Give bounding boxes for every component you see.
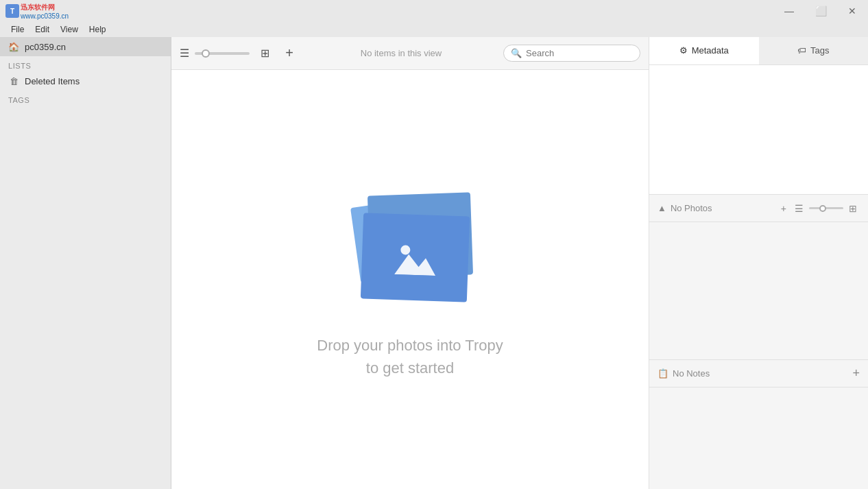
app-logo: T 迅东软件网 www.pc0359.cn — [5, 4, 19, 18]
home-icon: 🏠 — [8, 41, 19, 52]
photos-add-btn[interactable]: + — [778, 202, 789, 215]
notes-header: 📋 No Notes + — [649, 360, 868, 387]
metadata-panel — [649, 65, 868, 194]
search-input[interactable] — [526, 48, 633, 58]
add-item-button[interactable]: + — [280, 44, 299, 63]
photos-panel: ▲ No Photos + ☰ ⊞ — [649, 194, 868, 359]
right-panel: ⚙ Metadata 🏷 Tags ▲ No Photos + ☰ ⊞ — [649, 37, 868, 489]
photos-header: ▲ No Photos + ☰ ⊞ — [649, 195, 868, 222]
photo-card-front — [361, 213, 470, 302]
main-content: ☰ ⊞ + No items in this view 🔍 — [171, 37, 649, 489]
photos-label: No Photos — [671, 203, 774, 213]
photos-area — [649, 222, 868, 359]
panel-tabs: ⚙ Metadata 🏷 Tags — [649, 37, 868, 65]
menu-help[interactable]: Help — [84, 23, 112, 36]
drop-line2: to get started — [317, 357, 503, 379]
sidebar-lists-label: Lists — [0, 56, 171, 71]
sidebar-main-label: pc0359.cn — [25, 42, 66, 52]
notes-icon: 📋 — [658, 368, 668, 379]
tags-icon: 🏷 — [797, 45, 806, 56]
app-icon: T — [5, 4, 19, 18]
list-view-icon[interactable]: ☰ — [180, 47, 189, 60]
tab-metadata[interactable]: ⚙ Metadata — [649, 37, 759, 64]
metadata-label: Metadata — [692, 45, 729, 56]
tags-label: Tags — [810, 45, 829, 56]
toolbar: ☰ ⊞ + No items in this view 🔍 — [171, 37, 649, 70]
maximize-button[interactable]: ⬜ — [805, 0, 836, 22]
sidebar-tags-label: Tags — [0, 91, 171, 106]
drop-icon — [341, 180, 479, 318]
app-body: 🏠 pc0359.cn Lists 🗑 Deleted Items Tags ☰… — [0, 37, 868, 489]
sidebar-item-main[interactable]: 🏠 pc0359.cn — [0, 37, 171, 56]
photos-list-btn[interactable]: ☰ — [792, 202, 806, 215]
photos-slider-thumb[interactable] — [819, 205, 826, 212]
drop-text: Drop your photos into Tropy to get start… — [317, 334, 503, 379]
slider-thumb[interactable] — [202, 49, 210, 58]
svg-marker-0 — [394, 253, 436, 275]
svg-point-1 — [400, 244, 410, 254]
titlebar: T 迅东软件网 www.pc0359.cn — ⬜ ✕ — [0, 0, 868, 22]
close-button[interactable]: ✕ — [836, 0, 868, 22]
metadata-icon: ⚙ — [679, 45, 688, 56]
watermark-line2: www.pc0359.cn — [21, 12, 69, 20]
notes-section: 📋 No Notes + — [649, 359, 868, 489]
slider-track[interactable] — [195, 52, 250, 55]
grid-view-button[interactable]: ⊞ — [255, 44, 274, 63]
photos-grid-btn[interactable]: ⊞ — [846, 202, 860, 215]
menubar: File Edit View Help — [0, 22, 868, 37]
menu-file[interactable]: File — [5, 23, 29, 36]
sidebar: 🏠 pc0359.cn Lists 🗑 Deleted Items Tags — [0, 37, 171, 489]
search-icon: 🔍 — [511, 48, 522, 58]
minimize-button[interactable]: — — [773, 0, 805, 22]
notes-add-button[interactable]: + — [852, 366, 860, 381]
photos-toolbar: + ☰ ⊞ — [778, 202, 860, 215]
watermark-line1: 迅东软件网 — [21, 3, 55, 12]
zoom-slider[interactable] — [195, 52, 250, 55]
menu-view[interactable]: View — [55, 23, 84, 36]
window-controls: — ⬜ ✕ — [773, 0, 868, 22]
sidebar-item-deleted[interactable]: 🗑 Deleted Items — [0, 71, 171, 91]
photos-icon: ▲ — [658, 203, 666, 213]
notes-label: No Notes — [673, 368, 848, 379]
sidebar-deleted-label: Deleted Items — [25, 76, 80, 86]
drop-line1: Drop your photos into Tropy — [317, 334, 503, 357]
menu-edit[interactable]: Edit — [29, 23, 55, 36]
tab-tags[interactable]: 🏷 Tags — [759, 37, 869, 64]
watermark: 迅东软件网 www.pc0359.cn — [21, 3, 69, 20]
drop-zone: Drop your photos into Tropy to get start… — [171, 70, 649, 489]
photos-slider[interactable] — [809, 207, 843, 209]
search-box[interactable]: 🔍 — [503, 45, 640, 62]
photo-icon-svg — [394, 239, 437, 275]
toolbar-status: No items in this view — [304, 48, 498, 58]
trash-icon: 🗑 — [8, 75, 19, 86]
